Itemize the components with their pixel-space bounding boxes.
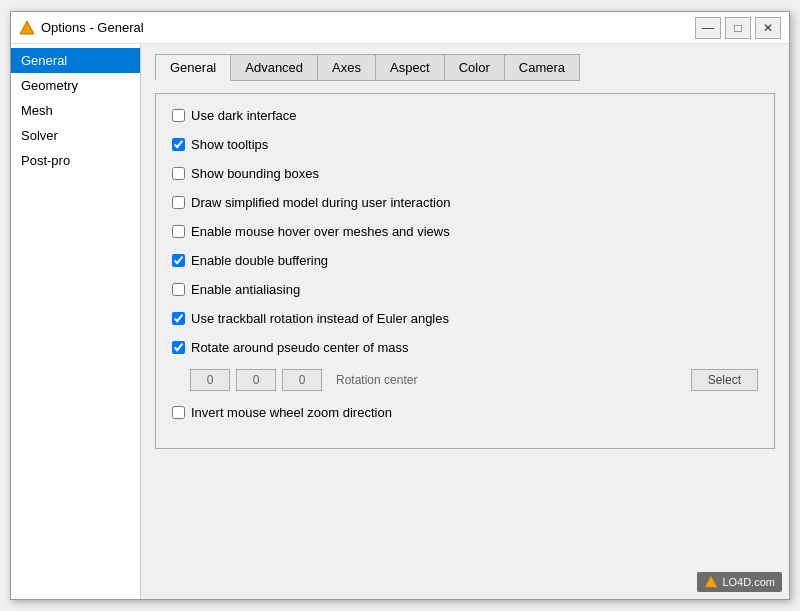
option-row-invert-zoom: Invert mouse wheel zoom direction	[172, 405, 758, 420]
svg-marker-0	[20, 21, 34, 34]
options-area: Use dark interface Show tooltips Show bo…	[155, 93, 775, 449]
label-simplified-model: Draw simplified model during user intera…	[191, 195, 450, 210]
label-mouse-hover: Enable mouse hover over meshes and views	[191, 224, 450, 239]
label-pseudo-center: Rotate around pseudo center of mass	[191, 340, 409, 355]
close-button[interactable]: ✕	[755, 17, 781, 39]
main-panel: General Advanced Axes Aspect Color Camer…	[141, 44, 789, 599]
watermark-text: LO4D.com	[722, 576, 775, 588]
option-row-mouse-hover: Enable mouse hover over meshes and views	[172, 224, 758, 239]
label-trackball: Use trackball rotation instead of Euler …	[191, 311, 449, 326]
option-row-double-buffering: Enable double buffering	[172, 253, 758, 268]
sidebar-item-geometry[interactable]: Geometry	[11, 73, 140, 98]
tab-general[interactable]: General	[155, 54, 231, 81]
label-dark-interface: Use dark interface	[191, 108, 297, 123]
title-bar-controls: — □ ✕	[695, 17, 781, 39]
label-antialiasing: Enable antialiasing	[191, 282, 300, 297]
checkbox-pseudo-center[interactable]	[172, 341, 185, 354]
minimize-button[interactable]: —	[695, 17, 721, 39]
rotation-center-row: Rotation center Select	[190, 369, 758, 391]
main-window: Options - General — □ ✕ General Geometry…	[10, 11, 790, 600]
checkbox-invert-zoom[interactable]	[172, 406, 185, 419]
checkbox-bounding-boxes[interactable]	[172, 167, 185, 180]
label-double-buffering: Enable double buffering	[191, 253, 328, 268]
option-row-bounding-boxes: Show bounding boxes	[172, 166, 758, 181]
app-icon	[19, 20, 35, 36]
content-area: General Geometry Mesh Solver Post-pro Ge…	[11, 44, 789, 599]
rotation-y-input[interactable]	[236, 369, 276, 391]
rotation-x-input[interactable]	[190, 369, 230, 391]
option-row-show-tooltips: Show tooltips	[172, 137, 758, 152]
checkbox-show-tooltips[interactable]	[172, 138, 185, 151]
watermark: LO4D.com	[697, 572, 782, 592]
tabs-bar: General Advanced Axes Aspect Color Camer…	[155, 54, 775, 81]
option-row-trackball: Use trackball rotation instead of Euler …	[172, 311, 758, 326]
rotation-center-label: Rotation center	[336, 373, 685, 387]
option-row-dark-interface: Use dark interface	[172, 108, 758, 123]
checkbox-simplified-model[interactable]	[172, 196, 185, 209]
label-show-tooltips: Show tooltips	[191, 137, 268, 152]
checkbox-mouse-hover[interactable]	[172, 225, 185, 238]
sidebar-item-postpro[interactable]: Post-pro	[11, 148, 140, 173]
tab-axes[interactable]: Axes	[317, 54, 376, 81]
option-row-antialiasing: Enable antialiasing	[172, 282, 758, 297]
svg-marker-1	[705, 576, 717, 587]
tab-color[interactable]: Color	[444, 54, 505, 81]
window-title: Options - General	[41, 20, 144, 35]
select-button[interactable]: Select	[691, 369, 758, 391]
tab-advanced[interactable]: Advanced	[230, 54, 318, 81]
tab-aspect[interactable]: Aspect	[375, 54, 445, 81]
label-bounding-boxes: Show bounding boxes	[191, 166, 319, 181]
checkbox-dark-interface[interactable]	[172, 109, 185, 122]
label-invert-zoom: Invert mouse wheel zoom direction	[191, 405, 392, 420]
rotation-z-input[interactable]	[282, 369, 322, 391]
maximize-button[interactable]: □	[725, 17, 751, 39]
option-row-simplified-model: Draw simplified model during user intera…	[172, 195, 758, 210]
sidebar-item-mesh[interactable]: Mesh	[11, 98, 140, 123]
checkbox-antialiasing[interactable]	[172, 283, 185, 296]
title-bar: Options - General — □ ✕	[11, 12, 789, 44]
option-row-pseudo-center: Rotate around pseudo center of mass	[172, 340, 758, 355]
tab-camera[interactable]: Camera	[504, 54, 580, 81]
sidebar-item-solver[interactable]: Solver	[11, 123, 140, 148]
watermark-icon	[704, 575, 718, 589]
checkbox-trackball[interactable]	[172, 312, 185, 325]
sidebar-item-general[interactable]: General	[11, 48, 140, 73]
checkbox-double-buffering[interactable]	[172, 254, 185, 267]
title-bar-left: Options - General	[19, 20, 144, 36]
sidebar: General Geometry Mesh Solver Post-pro	[11, 44, 141, 599]
